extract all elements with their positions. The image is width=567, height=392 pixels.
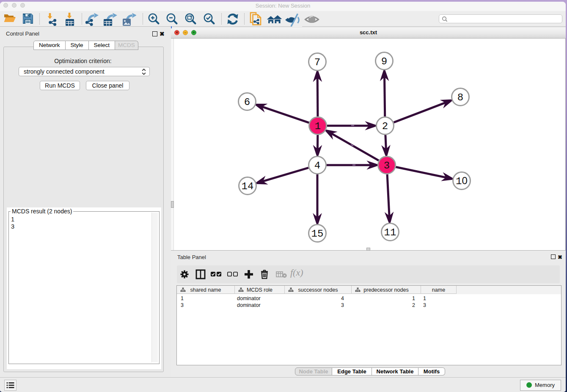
svg-text:3: 3 bbox=[384, 160, 390, 171]
svg-text:2: 2 bbox=[382, 121, 388, 132]
svg-text:4: 4 bbox=[314, 160, 320, 171]
svg-text:1: 1 bbox=[315, 121, 321, 132]
svg-text:8: 8 bbox=[457, 92, 463, 103]
svg-text:15: 15 bbox=[311, 228, 324, 240]
svg-text:10: 10 bbox=[456, 175, 468, 187]
svg-text:6: 6 bbox=[244, 97, 250, 108]
svg-text:11: 11 bbox=[384, 227, 396, 238]
svg-text:9: 9 bbox=[381, 56, 387, 67]
svg-text:7: 7 bbox=[314, 57, 320, 68]
svg-text:14: 14 bbox=[242, 181, 254, 192]
